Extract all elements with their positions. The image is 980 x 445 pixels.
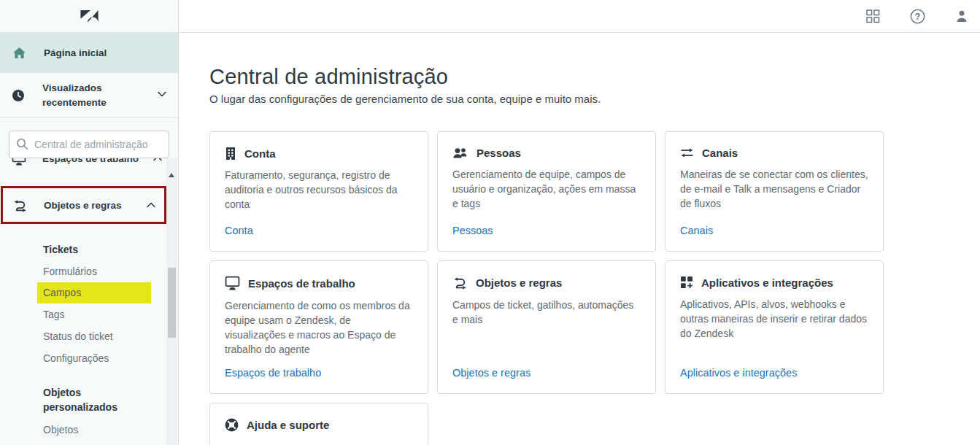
profile-icon <box>955 9 968 23</box>
submenu-item-objetos[interactable]: Objetos <box>37 419 78 441</box>
building-icon <box>225 147 236 160</box>
sidebar: Página inicial Visualizados recentemente <box>0 0 179 445</box>
admin-center-content: Central de administração O lugar das con… <box>179 33 980 445</box>
submenu-item-formularios[interactable]: Formulários <box>37 260 97 282</box>
search-input[interactable] <box>9 131 169 158</box>
card-link-aplicativos-e-integracoes[interactable]: Aplicativos e integrações <box>680 367 797 379</box>
sidebar-scroll-area: Espaços de trabalho Objetos e regras <box>0 158 178 445</box>
card-title: Espaços de trabalho <box>248 277 355 290</box>
sidebar-item-objects-rules[interactable]: Objetos e regras <box>1 186 166 224</box>
card-title: Pessoas <box>477 147 521 159</box>
scrollbar-thumb[interactable] <box>168 268 176 338</box>
card-description: Campos de ticket, gatilhos, automações e… <box>452 298 641 327</box>
topbar: ? <box>179 0 980 33</box>
card-description: Maneiras de se conectar com os clientes,… <box>680 167 868 211</box>
chevron-up-icon <box>153 158 162 161</box>
clock-icon <box>12 89 25 102</box>
submenu-header-objetos-personalizados: Objetos personalizados <box>37 379 132 419</box>
card-title: Aplicativos e integrações <box>701 276 833 289</box>
card-ajuda-e-suporte: Ajuda e suporte <box>209 403 428 445</box>
submenu-item-campos[interactable]: Campos <box>37 282 151 303</box>
products-grid-button[interactable] <box>866 9 880 23</box>
chevron-up-icon <box>147 202 155 208</box>
card-title: Objetos e regras <box>476 276 562 289</box>
card-description: Aplicativos, APIs, alvos, webhooks e out… <box>680 297 868 341</box>
card-title: Conta <box>244 147 276 160</box>
flow-icon <box>12 198 28 212</box>
sidebar-item-workspaces-clipped[interactable]: Espaços de trabalho <box>0 158 178 177</box>
people-icon <box>452 147 468 159</box>
card-link-canais[interactable]: Canais <box>680 225 713 236</box>
sidebar-home-label: Página inicial <box>44 47 107 58</box>
channels-icon <box>680 147 694 159</box>
flow-icon <box>452 276 468 290</box>
sidebar-item-recently-viewed[interactable]: Visualizados recentemente <box>0 73 178 118</box>
home-icon <box>13 47 26 58</box>
page-title: Central de administração <box>209 65 980 88</box>
card-pessoas: Pessoas Gerenciamento de equipe, campos … <box>437 131 656 252</box>
zendesk-admin-center-page: Página inicial Visualizados recentemente <box>0 0 980 445</box>
card-link-pessoas[interactable]: Pessoas <box>452 225 493 236</box>
sidebar-recent-label: Visualizados recentemente <box>42 81 128 110</box>
card-title: Canais <box>702 147 738 159</box>
sidebar-scrollbar[interactable] <box>166 158 177 445</box>
profile-button[interactable] <box>955 9 968 23</box>
svg-text:?: ? <box>915 11 920 21</box>
monitor-icon <box>225 276 240 290</box>
card-aplicativos-e-integracoes: Aplicativos e integrações Aplicativos, A… <box>665 260 884 394</box>
page-subtitle: O lugar das configurações de gerenciamen… <box>209 93 980 105</box>
card-canais: Canais Maneiras de se conectar com os cl… <box>665 131 884 252</box>
scrollbar-up-arrow-icon[interactable] <box>169 173 174 177</box>
main-area: ? Central de administração O lugar das c… <box>179 0 980 445</box>
sidebar-workspaces-label: Espaços de trabalho <box>42 158 139 164</box>
grid-icon <box>866 9 880 23</box>
help-button[interactable]: ? <box>910 9 925 24</box>
sidebar-search <box>0 118 178 158</box>
apps-icon <box>680 276 693 289</box>
help-icon: ? <box>910 9 925 24</box>
card-link-conta[interactable]: Conta <box>225 225 253 236</box>
sidebar-objects-rules-label: Objetos e regras <box>44 200 122 211</box>
chevron-down-icon <box>158 91 166 97</box>
card-description: Gerenciamento de como os membros da equi… <box>225 298 413 357</box>
zendesk-logo-icon[interactable] <box>79 9 100 24</box>
category-cards: Conta Faturamento, segurança, registro d… <box>209 131 884 445</box>
logo-bar <box>0 0 178 33</box>
search-icon <box>16 138 28 150</box>
submenu-item-tags[interactable]: Tags <box>37 303 65 325</box>
monitor-icon <box>12 158 26 166</box>
lifebuoy-icon <box>225 418 239 432</box>
card-description: Gerenciamento de equipe, campos de usuár… <box>452 167 641 211</box>
submenu-item-status-do-ticket[interactable]: Status do ticket <box>37 325 113 347</box>
card-link-espacos-de-trabalho[interactable]: Espaços de trabalho <box>225 367 321 379</box>
card-link-objetos-e-regras[interactable]: Objetos e regras <box>452 367 530 379</box>
sidebar-item-home[interactable]: Página inicial <box>0 33 178 73</box>
card-title: Ajuda e suporte <box>247 419 329 431</box>
submenu-item-configuracoes[interactable]: Configurações <box>37 347 109 369</box>
card-conta: Conta Faturamento, segurança, registro d… <box>209 131 428 252</box>
card-espacos-de-trabalho: Espaços de trabalho Gerenciamento de com… <box>209 260 428 394</box>
card-description: Faturamento, segurança, registro de audi… <box>225 168 413 212</box>
sidebar-submenu: Tickets Formulários Campos Tags Status d… <box>0 239 178 441</box>
submenu-header-tickets: Tickets <box>37 239 78 260</box>
card-objetos-e-regras: Objetos e regras Campos de ticket, gatil… <box>437 260 656 394</box>
